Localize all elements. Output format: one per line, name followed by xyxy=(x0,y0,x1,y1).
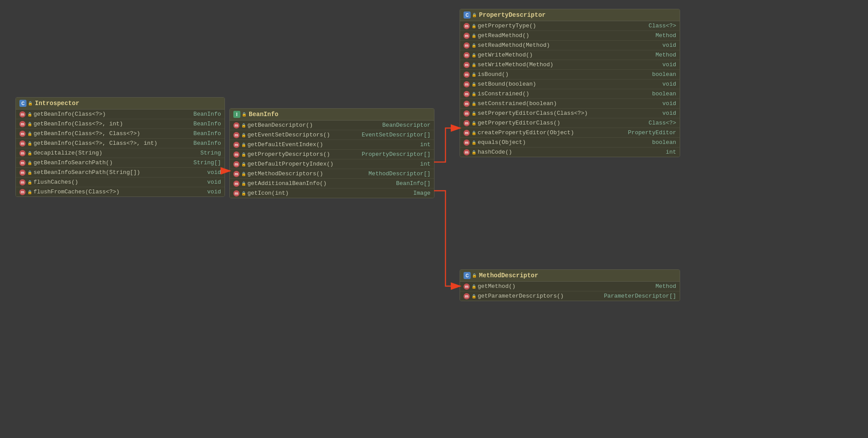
list-item[interactable]: m 🔒 getBeanInfo(Class<?>, Class<?>) Bean… xyxy=(16,129,224,139)
lock-icon: 🔒 xyxy=(242,112,246,117)
list-item[interactable]: m 🔒 getBeanInfoSearchPath() String[] xyxy=(16,158,224,168)
propertydescriptor-body: m 🔒 getPropertyType() Class<?> m 🔒 getRe… xyxy=(460,21,680,157)
introspector-box[interactable]: C 🔒 Introspector m 🔒 getBeanInfo(Class<?… xyxy=(15,97,225,197)
method-badge: m xyxy=(233,132,239,138)
method-badge: m xyxy=(19,150,26,156)
list-item[interactable]: m 🔒 hashCode() int xyxy=(460,147,680,157)
list-item[interactable]: m 🔒 flushCaches() void xyxy=(16,177,224,187)
list-item[interactable]: m 🔒 isBound() boolean xyxy=(460,70,680,79)
method-badge: m xyxy=(464,283,470,290)
methoddescriptor-box[interactable]: C 🔒 MethodDescriptor m 🔒 getMethod() Met… xyxy=(460,269,680,301)
class-badge: C xyxy=(464,272,471,279)
method-badge: m xyxy=(19,189,26,195)
method-badge: m xyxy=(19,111,26,117)
list-item[interactable]: m 🔒 createPropertyEditor(Object) Propert… xyxy=(460,128,680,138)
interface-badge: I xyxy=(233,111,240,118)
method-badge: m xyxy=(233,171,239,177)
list-item[interactable]: m 🔒 getDefaultPropertyIndex() int xyxy=(230,159,434,169)
lock-icon: 🔒 xyxy=(28,101,32,106)
method-badge: m xyxy=(464,140,470,146)
methoddescriptor-body: m 🔒 getMethod() Method m 🔒 getParameterD… xyxy=(460,282,680,301)
method-badge: m xyxy=(19,121,26,127)
method-badge: m xyxy=(464,293,470,299)
introspector-header: C 🔒 Introspector xyxy=(16,98,224,110)
propertydescriptor-header: C 🔒 PropertyDescriptor xyxy=(460,9,680,21)
list-item[interactable]: m 🔒 getMethodDescriptors() MethodDescrip… xyxy=(230,169,434,179)
list-item[interactable]: m 🔒 getPropertyDescriptors() PropertyDes… xyxy=(230,150,434,159)
arrows-overlay xyxy=(0,0,868,438)
list-item[interactable]: m 🔒 setConstrained(boolean) void xyxy=(460,99,680,109)
method-badge: m xyxy=(464,149,470,155)
list-item[interactable]: m 🔒 isConstrained() boolean xyxy=(460,89,680,99)
method-badge: m xyxy=(19,140,26,147)
propertydescriptor-box[interactable]: C 🔒 PropertyDescriptor m 🔒 getPropertyTy… xyxy=(460,9,680,157)
list-item[interactable]: m 🔒 getPropertyEditorClass() Class<?> xyxy=(460,118,680,128)
beaninfo-header: I 🔒 BeanInfo xyxy=(230,109,434,121)
list-item[interactable]: m 🔒 getBeanDescriptor() BeanDescriptor xyxy=(230,121,434,130)
list-item[interactable]: m 🔒 equals(Object) boolean xyxy=(460,138,680,147)
method-badge: m xyxy=(233,142,239,148)
method-badge: m xyxy=(464,42,470,49)
list-item[interactable]: m 🔒 getPropertyType() Class<?> xyxy=(460,21,680,31)
introspector-body: m 🔒 getBeanInfo(Class<?>) BeanInfo m 🔒 g… xyxy=(16,110,224,196)
method-badge: m xyxy=(464,81,470,87)
list-item[interactable]: m 🔒 getEventSetDescriptors() EventSetDes… xyxy=(230,130,434,140)
lock-icon: 🔒 xyxy=(472,273,476,278)
method-badge: m xyxy=(464,91,470,97)
method-badge: m xyxy=(464,130,470,136)
list-item[interactable]: m 🔒 setWriteMethod(Method) void xyxy=(460,60,680,70)
beaninfo-title: BeanInfo xyxy=(249,111,278,118)
propertydescriptor-title: PropertyDescriptor xyxy=(479,11,546,19)
list-item[interactable]: m 🔒 decapitalize(String) String xyxy=(16,148,224,158)
list-item[interactable]: m 🔒 setPropertyEditorClass(Class<?>) voi… xyxy=(460,109,680,118)
method-badge: m xyxy=(464,62,470,68)
method-badge: m xyxy=(464,52,470,58)
lock-icon: 🔒 xyxy=(472,13,476,17)
beaninfo-box[interactable]: I 🔒 BeanInfo m 🔒 getBeanDescriptor() Bea… xyxy=(229,108,434,198)
list-item[interactable]: m 🔒 getDefaultEventIndex() int xyxy=(230,140,434,150)
class-badge: C xyxy=(464,11,471,19)
list-item[interactable]: m 🔒 getMethod() Method xyxy=(460,282,680,291)
method-badge: m xyxy=(464,33,470,39)
method-badge: m xyxy=(464,110,470,117)
list-item[interactable]: m 🔒 getParameterDescriptors() ParameterD… xyxy=(460,291,680,301)
list-item[interactable]: m 🔒 setBound(boolean) void xyxy=(460,79,680,89)
list-item[interactable]: m 🔒 getReadMethod() Method xyxy=(460,31,680,41)
method-badge: m xyxy=(233,161,239,167)
list-item[interactable]: m 🔒 getBeanInfo(Class<?>) BeanInfo xyxy=(16,110,224,119)
list-item[interactable]: m 🔒 setBeanInfoSearchPath(String[]) void xyxy=(16,168,224,177)
list-item[interactable]: m 🔒 getBeanInfo(Class<?>, int) BeanInfo xyxy=(16,119,224,129)
class-badge: C xyxy=(19,100,26,107)
method-badge: m xyxy=(19,160,26,166)
methoddescriptor-title: MethodDescriptor xyxy=(479,272,538,279)
method-badge: m xyxy=(233,122,239,128)
method-badge: m xyxy=(464,72,470,78)
list-item[interactable]: m 🔒 getBeanInfo(Class<?>, Class<?>, int)… xyxy=(16,139,224,148)
method-badge: m xyxy=(19,179,26,185)
method-badge: m xyxy=(19,170,26,176)
list-item[interactable]: m 🔒 getIcon(int) Image xyxy=(230,189,434,198)
method-badge: m xyxy=(233,151,239,158)
method-badge: m xyxy=(464,23,470,29)
arrow-beaninfo-methoddescriptor xyxy=(434,191,460,286)
method-badge: m xyxy=(19,131,26,137)
list-item[interactable]: m 🔒 flushFromCaches(Class<?>) void xyxy=(16,187,224,196)
method-badge: m xyxy=(233,181,239,187)
method-badge: m xyxy=(233,190,239,196)
method-badge: m xyxy=(464,120,470,126)
list-item[interactable]: m 🔒 getAdditionalBeanInfo() BeanInfo[] xyxy=(230,179,434,189)
introspector-title: Introspector xyxy=(35,100,79,107)
beaninfo-body: m 🔒 getBeanDescriptor() BeanDescriptor m… xyxy=(230,121,434,198)
list-item[interactable]: m 🔒 getWriteMethod() Method xyxy=(460,50,680,60)
list-item[interactable]: m 🔒 setReadMethod(Method) void xyxy=(460,41,680,50)
arrow-beaninfo-propertydescriptor xyxy=(434,128,460,162)
method-badge: m xyxy=(464,101,470,107)
methoddescriptor-header: C 🔒 MethodDescriptor xyxy=(460,270,680,282)
